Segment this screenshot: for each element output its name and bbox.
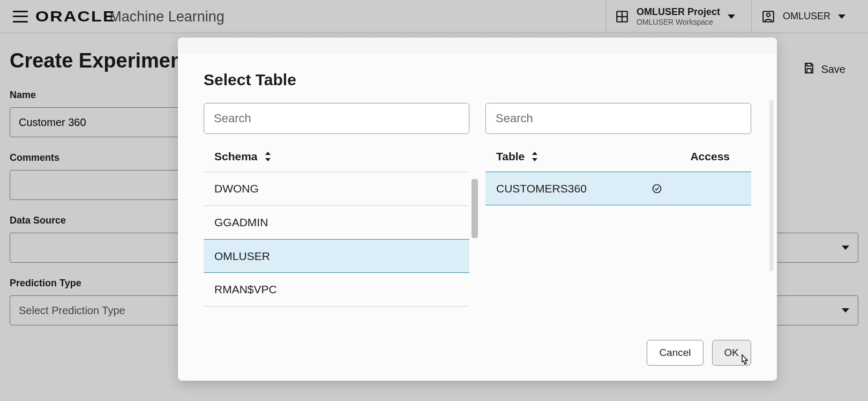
ok-button[interactable]: OK	[712, 340, 751, 366]
schema-list: DWONGGGADMINOMLUSERRMAN$VPC	[204, 172, 469, 307]
schema-search-input[interactable]	[204, 103, 469, 134]
access-header-label: Access	[690, 150, 730, 163]
cancel-button[interactable]: Cancel	[647, 340, 703, 366]
schema-row[interactable]: DWONG	[204, 172, 469, 206]
modal-title: Select Table	[204, 71, 751, 89]
ok-label: OK	[724, 347, 739, 359]
cancel-label: Cancel	[659, 347, 691, 359]
table-search-input[interactable]	[485, 103, 751, 134]
svg-point-7	[653, 184, 661, 192]
table-row[interactable]: CUSTOMERS360	[485, 172, 751, 205]
schema-column-header[interactable]: Schema	[204, 134, 469, 172]
table-header-label: Table	[496, 150, 525, 163]
table-column-header[interactable]: Table	[485, 134, 679, 172]
table-name: CUSTOMERS360	[496, 182, 649, 195]
access-cell	[649, 183, 740, 194]
schema-header-label: Schema	[214, 150, 258, 163]
modal-decor	[178, 38, 777, 54]
table-pane: Table Access CUSTOMERS360	[485, 103, 751, 332]
select-table-modal: Select Table Schema DWONGGGADMINOMLUSERR…	[178, 38, 777, 381]
check-circle-icon	[652, 183, 662, 194]
sort-icon	[531, 152, 538, 161]
table-list: CUSTOMERS360	[485, 172, 751, 205]
schema-scrollbar[interactable]	[472, 179, 478, 238]
schema-row[interactable]: OMLUSER	[204, 239, 469, 273]
access-column-header: Access	[679, 134, 751, 172]
schema-row[interactable]: RMAN$VPC	[204, 273, 469, 307]
schema-pane: Schema DWONGGGADMINOMLUSERRMAN$VPC	[204, 103, 469, 332]
schema-row[interactable]: GGADMIN	[204, 206, 469, 240]
modal-scrollbar[interactable]	[769, 100, 774, 271]
sort-icon	[264, 152, 272, 161]
